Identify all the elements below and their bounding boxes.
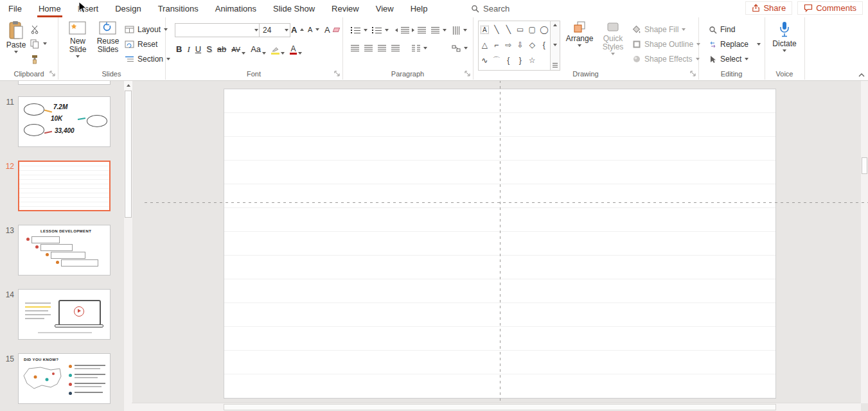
clipboard-dialog-launcher[interactable] <box>49 71 56 77</box>
rounded-rect-shape-icon[interactable]: ▢ <box>529 25 536 34</box>
font-size-caret-icon[interactable] <box>285 29 288 31</box>
vertical-guide-line[interactable] <box>500 80 500 403</box>
shapes-more-icon[interactable] <box>553 63 558 67</box>
font-color-button[interactable]: A <box>290 40 302 55</box>
arrow-line-shape-icon[interactable]: ╲ <box>506 25 511 34</box>
font-size-combo[interactable]: 24 <box>259 23 290 37</box>
text-direction-button[interactable] <box>452 24 467 37</box>
shapes-scroll-up-icon[interactable] <box>553 24 557 26</box>
align-left-button[interactable] <box>351 42 359 55</box>
curve-shape-icon[interactable]: ∿ <box>481 56 488 65</box>
horizontal-scrollbar[interactable] <box>132 403 861 411</box>
thumbnail-slide-14[interactable] <box>18 289 111 340</box>
align-center-button[interactable] <box>364 42 373 55</box>
textbox-shape-icon[interactable]: A <box>481 26 489 34</box>
oval-shape-icon[interactable]: ◯ <box>540 25 548 34</box>
right-arrow-shape-icon[interactable]: ⇨ <box>505 40 511 49</box>
dictate-caret-icon[interactable] <box>783 49 786 52</box>
tab-review[interactable]: Review <box>323 0 368 17</box>
numbering-button[interactable] <box>372 24 389 37</box>
tab-transitions[interactable]: Transitions <box>150 0 207 17</box>
underline-button[interactable]: U <box>195 40 201 55</box>
horizontal-guide-line[interactable] <box>145 202 868 203</box>
change-case-button[interactable]: Aa <box>251 40 266 55</box>
cut-button[interactable] <box>30 22 40 35</box>
smartart-button[interactable] <box>452 42 468 55</box>
section-button[interactable]: Section <box>125 53 170 66</box>
comments-button[interactable]: Comments <box>797 1 863 15</box>
tab-view[interactable]: View <box>368 0 402 17</box>
character-spacing-button[interactable]: AV <box>231 40 245 55</box>
collapse-ribbon-button[interactable] <box>858 73 865 78</box>
layout-button[interactable]: Layout <box>125 23 168 36</box>
line-shape-icon[interactable]: ╲ <box>494 25 499 34</box>
down-arrow-shape-icon[interactable]: ⇩ <box>517 40 524 49</box>
copy-caret-icon[interactable] <box>43 42 47 45</box>
bold-button[interactable]: B <box>176 40 182 55</box>
angle-shape-icon[interactable]: ⌐ <box>494 40 499 49</box>
right-brace-shape-icon[interactable]: } <box>519 56 522 65</box>
find-button[interactable]: Find <box>709 23 735 36</box>
thumbnail-scrollbar-thumb[interactable] <box>125 91 132 218</box>
select-button[interactable]: Select <box>709 53 748 66</box>
tab-help[interactable]: Help <box>402 0 436 17</box>
horizontal-scrollbar-thumb[interactable] <box>224 404 776 410</box>
quick-styles-button[interactable]: Quick Styles <box>596 21 630 55</box>
font-name-caret-icon[interactable] <box>254 29 258 31</box>
tab-animations[interactable]: Animations <box>207 0 265 17</box>
triangle-shape-icon[interactable]: △ <box>482 40 488 49</box>
vertical-scrollbar-thumb[interactable] <box>862 157 867 174</box>
thumbnail-scrollbar[interactable] <box>123 80 132 411</box>
left-brace-shape-icon[interactable]: { <box>507 56 509 65</box>
align-right-button[interactable] <box>378 42 386 55</box>
brace-shape-icon[interactable]: { <box>543 40 545 49</box>
text-shadow-button[interactable]: S <box>206 40 212 55</box>
replace-button[interactable]: Replace <box>709 38 761 51</box>
thumbnail-slide-15[interactable]: DID YOU KNOW? <box>18 353 111 404</box>
vertical-scrollbar[interactable] <box>860 80 868 403</box>
arrange-caret-icon[interactable] <box>578 44 581 47</box>
grow-font-button[interactable]: A <box>291 23 304 36</box>
arrange-button[interactable]: Arrange <box>564 21 595 47</box>
star-shape-icon[interactable]: ☆ <box>529 56 536 65</box>
thumbnail-slide-11[interactable]: 7.2M 10K 33,400 <box>18 96 111 147</box>
paste-button[interactable]: Paste <box>4 21 28 53</box>
tab-home[interactable]: Home <box>30 0 69 17</box>
shape-fill-button[interactable]: Shape Fill <box>632 23 686 36</box>
bullets-button[interactable] <box>351 24 368 37</box>
tab-slideshow[interactable]: Slide Show <box>265 0 323 17</box>
share-button[interactable]: Share <box>745 1 792 15</box>
shrink-font-button[interactable]: A <box>308 23 319 36</box>
format-painter-button[interactable] <box>30 53 40 66</box>
tab-design[interactable]: Design <box>107 0 149 17</box>
new-slide-button[interactable]: New Slide <box>64 21 91 58</box>
paragraph-dialog-launcher[interactable] <box>465 71 471 77</box>
replace-caret-icon[interactable] <box>757 43 761 46</box>
line-spacing-button[interactable] <box>431 24 447 37</box>
font-name-combo[interactable] <box>175 23 260 37</box>
italic-button[interactable]: I <box>187 40 190 55</box>
thumbnail-slide-13[interactable]: LESSON DEVELOPMENT <box>18 225 111 275</box>
reuse-slides-button[interactable]: Reuse Slides <box>93 21 123 54</box>
drawing-dialog-launcher[interactable] <box>690 71 696 77</box>
shape-outline-button[interactable]: Shape Outline <box>632 38 700 51</box>
thumbnail-slide10-partial[interactable] <box>18 80 111 85</box>
rectangle-shape-icon[interactable]: ▭ <box>517 25 524 34</box>
shape-effects-button[interactable]: Shape Effects <box>632 53 700 66</box>
tab-file[interactable]: File <box>0 0 30 17</box>
reset-button[interactable]: Reset <box>125 38 157 51</box>
copy-button[interactable] <box>30 37 47 50</box>
text-highlight-button[interactable] <box>271 40 285 55</box>
dictate-button[interactable]: Dictate <box>770 21 799 52</box>
decrease-indent-button[interactable] <box>395 24 409 37</box>
search-box[interactable]: Search <box>471 0 509 17</box>
columns-button[interactable] <box>412 42 427 55</box>
new-slide-caret-icon[interactable] <box>76 55 80 58</box>
diamond-shape-icon[interactable]: ◇ <box>529 40 535 49</box>
clear-formatting-button[interactable]: A <box>324 23 339 36</box>
strikethrough-button[interactable]: ab <box>217 40 226 55</box>
arc-shape-icon[interactable]: ⌒ <box>493 55 500 66</box>
tab-insert[interactable]: Insert <box>69 0 107 17</box>
font-dialog-launcher[interactable] <box>334 71 341 77</box>
justify-button[interactable] <box>391 42 400 55</box>
